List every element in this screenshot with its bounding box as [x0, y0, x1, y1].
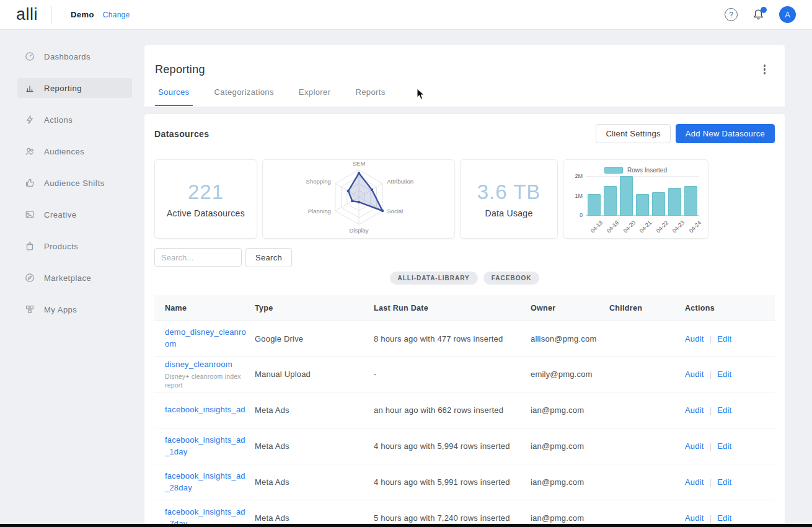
table-row: facebook_insights_adMeta Adsan hour ago …	[154, 392, 775, 428]
rows-inserted-card: Rows Inserted 2M 1M 0 04-1804-1904-2004-…	[563, 159, 708, 239]
action-separator: |	[710, 334, 712, 343]
action-separator: |	[710, 513, 712, 523]
edit-link[interactable]: Edit	[717, 513, 731, 523]
table-header: NameTypeLast Run DateOwnerChildrenAction…	[154, 295, 775, 321]
datasource-name-link[interactable]: facebook_insights_ad_1day	[165, 435, 247, 458]
radar-axis-label: Display	[349, 227, 368, 234]
edit-link[interactable]: Edit	[717, 370, 731, 379]
audit-link[interactable]: Audit	[685, 370, 704, 379]
sidebar-item-marketplace[interactable]: Marketplace	[17, 268, 132, 288]
bottom-strip	[0, 524, 812, 527]
audit-link[interactable]: Audit	[685, 513, 704, 523]
table-row: disney_cleanroomDisney+ cleanroom index …	[154, 356, 775, 392]
tab-explorer[interactable]: Explorer	[296, 87, 334, 106]
sidebar-item-actions[interactable]: Actions	[17, 110, 132, 130]
radar-axis-label: Shopping	[306, 178, 330, 185]
edit-link[interactable]: Edit	[717, 477, 731, 487]
notifications-bell[interactable]	[752, 9, 764, 20]
audit-link[interactable]: Audit	[685, 405, 704, 415]
sidebar-item-audience-shifts[interactable]: Audience Shifts	[17, 173, 132, 193]
search-input[interactable]	[154, 248, 242, 267]
client-settings-button[interactable]: Client Settings	[596, 124, 670, 143]
sidebar-item-dashboards[interactable]: Dashboards	[17, 46, 132, 66]
radar-axis-label: Social	[387, 208, 403, 215]
datasource-name-link[interactable]: facebook_insights_ad	[165, 404, 247, 416]
column-header: Children	[609, 304, 685, 312]
column-header: Last Run Date	[374, 304, 531, 312]
avatar[interactable]: A	[779, 6, 796, 23]
last-run-cell: 4 hours ago with 5,994 rows inserted	[374, 441, 531, 451]
type-cell: Meta Ads	[255, 513, 374, 523]
tab-bar: SourcesCategorizationsExplorerReports	[155, 87, 785, 106]
bar-04-22	[652, 192, 665, 216]
more-options-icon[interactable]	[762, 63, 768, 76]
table-row: facebook_insights_ad_7dayMeta Ads5 hours…	[154, 500, 775, 527]
bag-icon	[25, 241, 35, 251]
audit-link[interactable]: Audit	[685, 441, 704, 451]
owner-cell: ian@pmg.com	[531, 513, 609, 523]
add-new-datasource-button[interactable]: Add New Datasource	[676, 124, 775, 143]
sidebar-item-creative[interactable]: Creative	[17, 205, 132, 224]
legend-label: Rows Inserted	[627, 167, 667, 174]
last-run-cell: 4 hours ago with 5,991 rows inserted	[374, 477, 531, 487]
image-icon	[25, 210, 35, 219]
data-usage-value: 3.6 TB	[477, 180, 541, 204]
help-icon[interactable]: ?	[725, 8, 738, 21]
edit-link[interactable]: Edit	[717, 441, 731, 451]
actions-cell: Audit|Edit	[685, 513, 775, 523]
sidebar-item-label: Reporting	[44, 84, 82, 93]
sidebar-item-audiences[interactable]: Audiences	[17, 141, 132, 161]
sidebar-item-label: Marketplace	[44, 273, 91, 283]
legend-swatch	[604, 167, 623, 174]
notification-badge	[761, 7, 767, 13]
filter-chips: ALLI-DATA-LIBRARYFACEBOOK	[154, 272, 775, 285]
bar-04-18	[588, 194, 601, 216]
audit-link[interactable]: Audit	[685, 477, 704, 487]
x-tick-label: 04-23	[671, 219, 686, 234]
column-header: Actions	[685, 304, 775, 312]
radar-axis-label: Planning	[307, 208, 330, 215]
search-button[interactable]: Search	[245, 248, 292, 267]
people-icon	[25, 146, 35, 156]
sidebar-item-my-apps[interactable]: My Apps	[17, 299, 132, 319]
owner-cell: allison@pmg.com	[531, 334, 609, 343]
datasource-name-link[interactable]: facebook_insights_ad_28day	[165, 471, 247, 494]
tab-reports[interactable]: Reports	[352, 87, 388, 106]
data-usage-label: Data Usage	[485, 208, 533, 218]
table-row: facebook_insights_ad_28dayMeta Ads4 hour…	[154, 464, 775, 500]
owner-cell: ian@pmg.com	[531, 441, 609, 451]
action-separator: |	[710, 405, 712, 415]
edit-link[interactable]: Edit	[717, 405, 731, 415]
table-row: demo_disney_cleanroomGoogle Drive8 hours…	[154, 321, 775, 356]
sidebar-item-reporting[interactable]: Reporting	[17, 78, 132, 98]
filter-chip[interactable]: FACEBOOK	[483, 272, 540, 285]
compass-icon	[25, 273, 35, 283]
topbar-divider	[51, 6, 52, 24]
last-run-cell: an hour ago with 662 rows inserted	[374, 405, 531, 415]
apps-icon	[25, 304, 35, 314]
filter-chip[interactable]: ALLI-DATA-LIBRARY	[390, 272, 478, 285]
change-client-link[interactable]: Change	[103, 11, 130, 19]
type-cell: Google Drive	[255, 334, 374, 343]
data-usage-card: 3.6 TB Data Usage	[460, 159, 558, 239]
owner-cell: ian@pmg.com	[531, 405, 609, 415]
tab-categorizations[interactable]: Categorizations	[211, 87, 277, 106]
x-tick-label: 04-24	[688, 219, 702, 234]
sidebar-item-label: Actions	[44, 115, 73, 125]
bar-04-20	[620, 176, 633, 216]
type-cell: Meta Ads	[255, 441, 374, 451]
actions-cell: Audit|Edit	[685, 441, 775, 451]
tab-sources[interactable]: Sources	[155, 87, 193, 106]
audit-link[interactable]: Audit	[685, 334, 704, 343]
sidebar-item-label: Audiences	[44, 147, 84, 156]
edit-link[interactable]: Edit	[717, 334, 731, 343]
actions-cell: Audit|Edit	[685, 405, 775, 415]
datasource-name-link[interactable]: disney_cleanroom	[165, 359, 247, 371]
datasource-name-link[interactable]: demo_disney_cleanroom	[165, 327, 247, 350]
bar-chart-xlabels: 04-1804-1904-2004-2104-2204-2304-24	[588, 218, 699, 234]
sidebar: DashboardsReportingActionsAudiencesAudie…	[0, 30, 144, 527]
radar-chart: SEMAttributionSocialDisplayPlanningShopp…	[266, 160, 452, 238]
app-logo[interactable]: alli	[16, 5, 38, 24]
x-tick-label: 04-21	[638, 219, 653, 234]
sidebar-item-products[interactable]: Products	[17, 236, 132, 256]
